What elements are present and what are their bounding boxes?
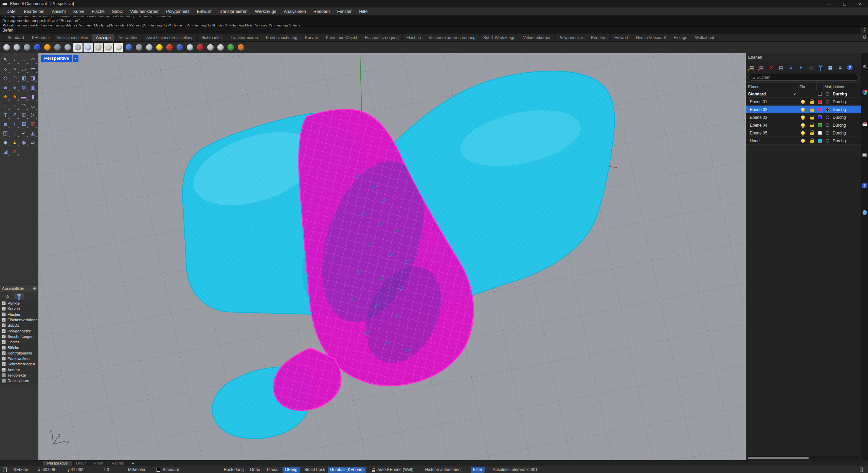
duplicate-layer-icon[interactable]: ▤ — [777, 64, 785, 71]
wireframe-mode-icon[interactable] — [2, 43, 11, 52]
toolbar-tab[interactable]: Rendern — [587, 34, 610, 41]
filter-checkbox-row[interactable]: Punktwolken — [2, 356, 38, 361]
headphones-icon[interactable] — [124, 43, 133, 52]
layer-lock-icon[interactable] — [810, 140, 814, 143]
point-icon[interactable]: ◦ — [10, 55, 19, 64]
light-ring-icon[interactable] — [155, 43, 164, 52]
cylinder-tool-icon[interactable]: ◍ — [19, 83, 28, 92]
checkbox[interactable] — [2, 373, 6, 377]
polyline-icon[interactable]: ◡ — [19, 65, 28, 73]
new-sublayer-icon[interactable]: ▤ + — [758, 64, 765, 71]
checkbox[interactable] — [2, 346, 6, 350]
surface-edit-icon[interactable]: ◨ — [29, 74, 37, 83]
layer-color-swatch[interactable] — [818, 131, 822, 135]
command-prompt[interactable]: Befehl: — [0, 26, 868, 34]
move-up-icon[interactable]: ▲ — [787, 64, 795, 71]
toggle-smarttrack[interactable]: SmartTrack — [304, 466, 325, 473]
rebuild-icon[interactable]: ◠ — [19, 101, 28, 110]
polygon-icon[interactable]: ◇ — [1, 74, 10, 83]
explode-icon[interactable]: ★ — [1, 92, 10, 101]
box-icon[interactable]: ■ — [1, 83, 10, 92]
lamp-icon[interactable]: ▲ — [10, 138, 19, 147]
toolbar-tab[interactable]: Flächen — [402, 34, 425, 41]
toggle-ofang[interactable]: OFang — [283, 467, 300, 473]
toolbar-tab[interactable]: Kurvenzeichnung — [262, 34, 301, 41]
pen-mode-icon[interactable] — [94, 43, 103, 52]
menu-item[interactable]: Werkzeuge — [251, 7, 280, 16]
scrollbar-thumb[interactable] — [748, 457, 809, 459]
point-group-icon[interactable]: ● — [1, 101, 10, 110]
checkbox[interactable] — [2, 340, 6, 344]
layer-on-bulb-icon[interactable] — [801, 115, 805, 119]
new-layer-icon[interactable]: ▤ + — [748, 64, 755, 71]
check-icon[interactable]: ✓ — [19, 129, 28, 138]
menu-item[interactable]: Polygonnetz — [162, 7, 193, 16]
filter-checkbox-row[interactable]: Beschriftungen — [2, 334, 38, 339]
layer-lock-icon[interactable] — [810, 132, 814, 135]
statusbar-panel-icon[interactable] — [860, 468, 863, 472]
material-icon[interactable] — [826, 100, 829, 104]
viewport-title[interactable]: Perspektive — [41, 55, 72, 62]
menu-item[interactable]: Fenster — [333, 7, 355, 16]
fillet-icon[interactable]: ◠ — [10, 74, 19, 83]
filter-mode-icon[interactable]: ◎ — [2, 293, 13, 299]
menu-item[interactable]: Fläche — [88, 7, 108, 16]
wire-box-icon[interactable] — [185, 43, 195, 52]
layer-color-swatch[interactable] — [818, 100, 822, 104]
ellipse-icon[interactable]: ◔ — [10, 65, 19, 73]
layer-row[interactable]: Ebene 05 Durchg — [746, 129, 861, 137]
checkbox[interactable] — [2, 312, 6, 316]
bend-icon[interactable]: ≈ — [10, 129, 19, 138]
toggle-gumball[interactable]: Gumball (KEbene) — [328, 467, 366, 473]
checkbox[interactable] — [2, 379, 6, 383]
ghosted-mode-icon[interactable] — [53, 43, 62, 52]
viewport-tab[interactable]: Perspektive — [43, 461, 72, 466]
grid-view-icon[interactable]: ▦ — [827, 64, 834, 71]
linear-array-icon[interactable]: ▥ — [29, 120, 37, 128]
surface-icon[interactable]: ◧ — [19, 74, 28, 83]
layer-on-bulb-icon[interactable] — [801, 123, 805, 127]
layer-lock-icon[interactable] — [810, 117, 814, 120]
layer-search-box[interactable] — [748, 74, 858, 81]
command-history-spinner[interactable]: ▲ ▼ — [862, 27, 867, 33]
checkbox[interactable] — [2, 318, 6, 322]
technical-mode-icon[interactable] — [73, 43, 83, 52]
toolbar-tab[interactable]: Kurve aus Objekt — [322, 34, 361, 41]
cylinder-mode-icon[interactable] — [175, 43, 184, 52]
raytraced-mode-icon[interactable] — [43, 43, 52, 52]
toolbar-tab[interactable]: Flächenerzeugung — [361, 34, 402, 41]
viewport-menu-arrow-icon[interactable]: ▼ — [73, 55, 78, 62]
layers-panel-tab-icon[interactable] — [862, 121, 868, 127]
toggle-planar[interactable]: Planar — [267, 466, 279, 473]
materials-panel-tab-icon[interactable] — [862, 210, 868, 216]
active-layer-name[interactable]: Standard — [163, 466, 179, 473]
layer-row[interactable]: Hand Durchg — [746, 137, 861, 145]
cplane-indicator[interactable]: KEbene — [14, 466, 28, 473]
loft-icon[interactable]: ◭ — [29, 129, 37, 138]
panel-toggle-icon[interactable] — [3, 468, 7, 472]
point-cloud-icon[interactable]: ◌ — [10, 101, 19, 110]
panel-settings-gear-icon[interactable]: ⚙ — [862, 63, 868, 70]
toolbar-tab[interactable]: KEbenen — [28, 34, 52, 41]
filter-checkbox-row[interactable]: Blöcke — [2, 345, 38, 350]
filter-layers-icon[interactable] — [817, 64, 824, 71]
material-icon[interactable] — [826, 108, 829, 111]
layer-row[interactable]: Ebene 04 Durchg — [746, 121, 861, 129]
layer-lock-icon[interactable] — [810, 101, 814, 104]
shaded-mode-icon[interactable] — [12, 43, 21, 52]
pen-mode-2-icon[interactable] — [104, 43, 113, 52]
circle-icon[interactable]: ○ — [1, 65, 10, 73]
shaded-gray-mode-icon[interactable] — [22, 43, 32, 52]
toolbar-tab[interactable]: Polygonnetze — [554, 34, 587, 41]
split-icon[interactable]: ▮ — [29, 92, 37, 101]
menu-item[interactable]: Bearbeiten — [20, 7, 48, 16]
text-icon[interactable]: T — [1, 110, 10, 119]
move-down-icon[interactable]: ▼ — [797, 64, 804, 71]
restore-button[interactable]: ▢ — [837, 0, 852, 7]
menu-item[interactable]: Ansicht — [48, 7, 70, 16]
toolbar-tab[interactable]: Einlage — [670, 34, 691, 41]
cube-icon[interactable] — [216, 43, 225, 52]
layer-color-swatch[interactable] — [818, 139, 822, 143]
toolbar-tab[interactable]: Walkabout — [691, 34, 718, 41]
spinner-up-icon[interactable]: ▲ — [863, 28, 865, 30]
